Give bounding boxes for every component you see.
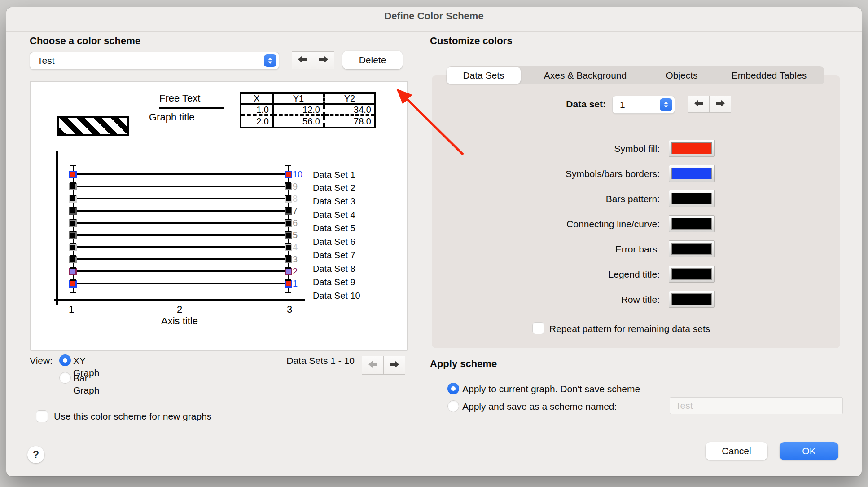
color-row-label-row-title: Row title: bbox=[404, 293, 660, 305]
legend-item: Data Set 9 bbox=[313, 277, 355, 288]
dataset-number: 3 bbox=[293, 254, 298, 265]
scheme-preview: Free Text Graph title XY1Y21.012.034.02.… bbox=[30, 81, 408, 351]
dataset-marker bbox=[285, 268, 292, 275]
cancel-button[interactable]: Cancel bbox=[706, 442, 767, 460]
delete-button[interactable]: Delete bbox=[342, 51, 403, 69]
tab-bar: Data SetsAxes & BackgroundObjectsEmbedde… bbox=[447, 66, 824, 84]
color-well-row-title[interactable] bbox=[669, 291, 715, 308]
customize-colors-heading: Customize colors bbox=[430, 35, 512, 47]
dataset-marker bbox=[69, 207, 77, 215]
scheme-prev-button[interactable] bbox=[292, 51, 313, 69]
color-row-label-error-bars: Error bars: bbox=[404, 243, 660, 255]
color-swatch bbox=[671, 293, 712, 305]
color-well-bars-pattern[interactable] bbox=[669, 190, 715, 207]
color-row-label-symbol-fill: Symbol fill: bbox=[404, 142, 660, 155]
view-option-label-bar-graph: Bar Graph bbox=[73, 372, 99, 396]
help-button[interactable]: ? bbox=[27, 446, 44, 463]
axis-tick-label: 2 bbox=[166, 304, 193, 315]
apply-current-label: Apply to current graph. Don't save schem… bbox=[462, 383, 640, 395]
data-set-select-value: 1 bbox=[620, 96, 625, 113]
tab-axes-background[interactable]: Axes & Background bbox=[521, 66, 650, 84]
apply-save-radio[interactable] bbox=[447, 400, 459, 412]
use-scheme-for-new-graphs-checkbox[interactable] bbox=[36, 410, 48, 422]
color-well-connecting-line-curve[interactable] bbox=[669, 215, 715, 232]
dataset-marker bbox=[69, 183, 77, 190]
range-prev-button[interactable] bbox=[362, 356, 384, 375]
ok-button[interactable]: OK bbox=[780, 442, 838, 460]
apply-current-radio[interactable] bbox=[447, 383, 459, 394]
range-next-button[interactable] bbox=[383, 356, 405, 375]
dataset-marker bbox=[69, 219, 77, 227]
color-swatch bbox=[671, 168, 712, 179]
dataset-marker bbox=[285, 195, 292, 203]
data-set-select[interactable]: 1 bbox=[612, 96, 675, 114]
choose-scheme-heading: Choose a color scheme bbox=[30, 35, 140, 47]
footer-divider bbox=[6, 430, 862, 430]
view-radio-bar-graph[interactable] bbox=[59, 372, 71, 384]
color-row-label-legend-title: Legend title: bbox=[404, 268, 660, 280]
dataset-marker bbox=[69, 256, 77, 263]
scheme-select[interactable]: Test bbox=[30, 52, 279, 70]
color-swatch bbox=[671, 268, 712, 280]
dataset-line bbox=[73, 210, 288, 212]
repeat-pattern-checkbox[interactable] bbox=[532, 322, 544, 334]
dataset-marker bbox=[69, 231, 77, 239]
titlebar-divider bbox=[6, 31, 862, 32]
dataset-marker bbox=[69, 171, 77, 178]
color-well-symbol-fill[interactable] bbox=[669, 140, 715, 157]
legend-item: Data Set 6 bbox=[313, 236, 355, 248]
legend-item: Data Set 3 bbox=[313, 196, 355, 207]
legend-item: Data Set 7 bbox=[313, 250, 355, 261]
color-well-legend-title[interactable] bbox=[669, 266, 715, 283]
stepper-icon bbox=[660, 98, 672, 111]
tab-embedded-tables[interactable]: Embedded Tables bbox=[714, 66, 824, 84]
repeat-pattern-label: Repeat pattern for remaining data sets bbox=[549, 323, 710, 335]
legend-item: Data Set 1 bbox=[313, 169, 355, 181]
dataset-number: 6 bbox=[293, 217, 298, 228]
view-label: View: bbox=[30, 354, 53, 367]
dataset-line bbox=[73, 234, 288, 236]
dataset-number: 5 bbox=[293, 230, 298, 240]
color-well-error-bars[interactable] bbox=[669, 240, 715, 257]
dataset-line bbox=[73, 198, 288, 199]
dataset-number: 8 bbox=[293, 193, 298, 204]
tab-data-sets[interactable]: Data Sets bbox=[447, 67, 521, 84]
dataset-marker bbox=[285, 183, 292, 190]
arrow-left-icon bbox=[694, 99, 704, 109]
dataset-marker bbox=[69, 244, 77, 251]
dataset-marker bbox=[69, 195, 77, 203]
dataset-line bbox=[73, 283, 288, 284]
arrow-right-icon bbox=[715, 99, 725, 109]
data-set-prev-button[interactable] bbox=[688, 96, 710, 113]
dataset-marker bbox=[69, 280, 77, 288]
view-radio-xy-graph[interactable] bbox=[59, 354, 71, 366]
color-row-label-symbols-bars-borders: Symbols/bars borders: bbox=[404, 168, 660, 180]
legend-item: Data Set 2 bbox=[313, 182, 355, 194]
scheme-next-button[interactable] bbox=[313, 51, 334, 69]
color-swatch bbox=[671, 193, 712, 204]
dataset-line bbox=[73, 173, 288, 175]
tab-separator bbox=[650, 71, 650, 80]
tab-objects[interactable]: Objects bbox=[650, 66, 714, 84]
scheme-name-input[interactable] bbox=[670, 397, 843, 414]
legend-item: Data Set 5 bbox=[313, 223, 355, 234]
dataset-marker bbox=[285, 280, 292, 288]
axis-tick-label: 1 bbox=[58, 304, 85, 315]
dataset-number: 2 bbox=[293, 266, 298, 277]
dataset-marker bbox=[69, 268, 77, 275]
apply-save-label: Apply and save as a scheme named: bbox=[462, 400, 617, 412]
color-well-symbols-bars-borders[interactable] bbox=[669, 165, 715, 182]
customize-panel bbox=[432, 75, 840, 348]
stepper-icon bbox=[264, 54, 276, 67]
arrow-left-icon bbox=[368, 360, 378, 370]
data-set-next-button[interactable] bbox=[709, 96, 731, 113]
dataset-line bbox=[73, 258, 288, 260]
axis-tick-label: 3 bbox=[276, 304, 303, 315]
color-swatch bbox=[671, 218, 712, 230]
dataset-marker bbox=[285, 244, 292, 251]
dataset-number: 7 bbox=[293, 205, 298, 216]
dataset-marker bbox=[285, 231, 292, 239]
dataset-marker bbox=[285, 207, 292, 215]
arrow-right-icon bbox=[319, 55, 329, 65]
panel-divider bbox=[432, 121, 840, 121]
